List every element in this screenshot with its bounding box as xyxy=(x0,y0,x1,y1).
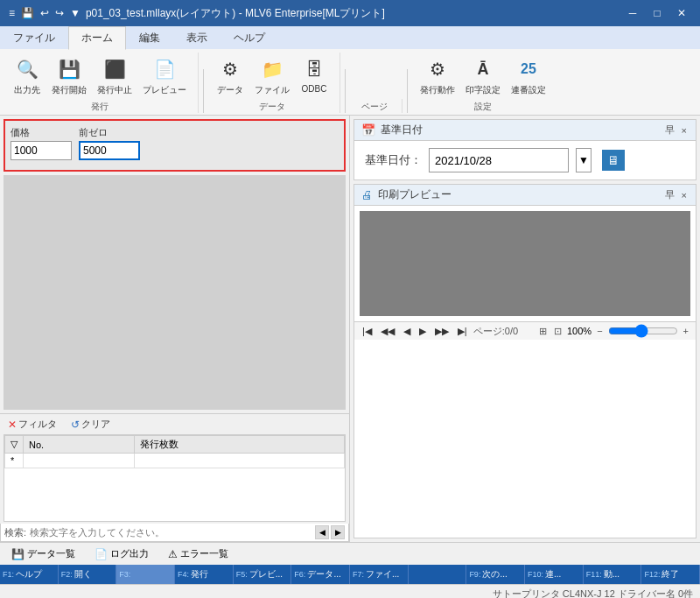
preview-prev-all-button[interactable]: ◀◀ xyxy=(378,325,397,338)
fkey-f5-num: F5: xyxy=(236,570,248,579)
tab-view[interactable]: 表示 xyxy=(173,26,220,49)
fkey-f4-num: F4: xyxy=(178,570,189,579)
fkey-f11[interactable]: F11:動... xyxy=(584,565,642,584)
fkey-f8[interactable] xyxy=(409,565,467,584)
clear-icon: ↺ xyxy=(71,419,80,431)
fkey-f7-label: ファイ... xyxy=(366,568,399,580)
publish-group-label: 発行 xyxy=(91,101,108,113)
date-panel-close-button[interactable]: × xyxy=(680,123,689,137)
publish-action-button[interactable]: ⚙ 発行動作 xyxy=(416,53,459,99)
left-panel: 価格 前ゼロ ✕ フィルタ ↺ クリア xyxy=(0,116,350,542)
fkey-f6[interactable]: F6:データ... xyxy=(291,565,350,584)
fkey-f6-label: データ... xyxy=(307,568,340,580)
tab-edit[interactable]: 編集 xyxy=(126,26,173,49)
settings-group-label: 設定 xyxy=(474,101,492,113)
zoom-in-button[interactable]: + xyxy=(682,326,690,336)
preview-panel-close-button[interactable]: × xyxy=(680,188,689,201)
zero-input[interactable] xyxy=(79,141,140,160)
date-panel-pin-button[interactable]: 早 xyxy=(663,123,676,137)
fkey-f10[interactable]: F10:連... xyxy=(525,565,584,584)
zoom-slider[interactable] xyxy=(608,324,678,338)
search-prev-button[interactable]: ◀ xyxy=(315,525,329,539)
search-next-button[interactable]: ▶ xyxy=(331,525,345,539)
file-button[interactable]: 📁 ファイル xyxy=(250,53,294,99)
fkey-f10-num: F10: xyxy=(528,570,543,579)
fkey-f2[interactable]: F2:開く xyxy=(59,565,117,584)
fkey-f12[interactable]: F12:終了 xyxy=(641,565,700,584)
serial-settings-label: 連番設定 xyxy=(511,84,546,96)
log-output-label: ログ出力 xyxy=(110,547,149,560)
bottom-tabs: 💾 データ一覧 📄 ログ出力 ⚠ エラー一覧 xyxy=(0,542,700,565)
qa-more-icon[interactable]: ▼ xyxy=(68,7,82,19)
fkey-f6-num: F6: xyxy=(294,570,305,579)
maximize-button[interactable]: □ xyxy=(646,4,668,22)
file-icon: 📁 xyxy=(258,55,286,83)
publish-stop-button[interactable]: ⬛ 発行中止 xyxy=(93,53,136,99)
tab-home[interactable]: ホーム xyxy=(68,26,126,50)
menu-icon[interactable]: ≡ xyxy=(7,7,17,19)
preview-next-button[interactable]: ▶ xyxy=(416,325,429,338)
zoom-fit-button[interactable]: ⊞ xyxy=(537,326,549,337)
clear-button[interactable]: ↺ クリア xyxy=(66,416,115,433)
zoom-single-button[interactable]: ⊡ xyxy=(552,326,564,337)
minimize-button[interactable]: ─ xyxy=(621,4,644,22)
fkey-f9[interactable]: F9:次の... xyxy=(466,565,525,584)
redo-icon[interactable]: ↪ xyxy=(53,7,66,19)
tab-file[interactable]: ファイル xyxy=(0,26,68,49)
search-bar: 検索: ◀ ▶ xyxy=(0,524,349,542)
preview-icon: 📄 xyxy=(150,55,178,83)
window-title: p01_03_test.mllayx(レイアウト) - MLV6 Enterpr… xyxy=(86,6,385,21)
preview-last-button[interactable]: ▶| xyxy=(455,325,470,338)
output-dest-button[interactable]: 🔍 出力先 xyxy=(9,53,46,99)
preview-button[interactable]: 📄 プレビュー xyxy=(138,53,191,99)
fkey-f7[interactable]: F7:ファイ... xyxy=(350,565,409,584)
publish-start-button[interactable]: 💾 発行開始 xyxy=(47,53,91,99)
preview-panel-pin-button[interactable]: 早 xyxy=(663,188,676,201)
preview-first-button[interactable]: |◀ xyxy=(360,325,374,338)
preview-panel-icon: 🖨 xyxy=(361,188,373,201)
fkey-f12-num: F12: xyxy=(644,570,660,579)
date-dropdown[interactable]: ▼ xyxy=(576,148,592,172)
filter-red-icon: ✕ xyxy=(8,419,17,431)
tab-data-list[interactable]: 💾 データ一覧 xyxy=(5,545,81,562)
data-button[interactable]: ⚙ データ xyxy=(212,53,248,99)
fkey-f7-num: F7: xyxy=(353,570,364,579)
print-settings-button[interactable]: Ā 印字設定 xyxy=(461,53,505,99)
odbc-button[interactable]: 🗄 ODBC xyxy=(296,53,332,99)
fkey-f1[interactable]: F1:ヘルプ xyxy=(0,565,59,584)
preview-content-area xyxy=(360,211,690,316)
preview-label: プレビュー xyxy=(143,84,186,96)
fkey-f3-num: F3: xyxy=(119,570,130,579)
monitor-button[interactable]: 🖥 xyxy=(602,150,625,171)
tab-error-list[interactable]: ⚠ エラー一覧 xyxy=(162,545,234,562)
date-input[interactable] xyxy=(429,148,569,172)
clear-label: クリア xyxy=(81,418,110,431)
publish-action-label: 発行動作 xyxy=(420,84,455,96)
search-label: 検索: xyxy=(4,526,26,539)
page-group-label: ページ xyxy=(361,101,388,113)
preview-panel-title: 印刷プレビュー xyxy=(378,187,452,202)
publish-start-icon: 💾 xyxy=(55,55,83,83)
fkey-f5[interactable]: F5:プレビ... xyxy=(234,565,292,584)
tab-log-output[interactable]: 📄 ログ出力 xyxy=(88,545,155,562)
fkey-f4[interactable]: F4:発行 xyxy=(175,565,234,584)
preview-prev-button[interactable]: ◀ xyxy=(401,325,413,338)
search-input[interactable] xyxy=(30,527,312,538)
serial-settings-button[interactable]: 25 連番設定 xyxy=(507,53,550,99)
close-button[interactable]: ✕ xyxy=(670,4,693,22)
price-input[interactable] xyxy=(10,141,72,160)
preview-next-all-button[interactable]: ▶▶ xyxy=(432,325,452,338)
undo-icon[interactable]: ↩ xyxy=(38,7,51,19)
odbc-icon: 🗄 xyxy=(300,55,328,83)
filter-button[interactable]: ✕ フィルタ xyxy=(4,416,61,433)
save-icon[interactable]: 💾 xyxy=(19,7,36,19)
price-field-group: 価格 xyxy=(10,126,72,160)
error-list-icon: ⚠ xyxy=(168,548,178,560)
filter-table: ▽ No. 発行枚数 * xyxy=(4,435,345,468)
zoom-out-button[interactable]: − xyxy=(595,326,604,336)
tab-help[interactable]: ヘルプ xyxy=(220,26,278,49)
data-label: データ xyxy=(217,84,243,96)
table-row[interactable]: * xyxy=(5,454,345,468)
fkey-f3[interactable]: F3: xyxy=(116,565,175,584)
date-panel-title: 基準日付 xyxy=(381,123,423,137)
